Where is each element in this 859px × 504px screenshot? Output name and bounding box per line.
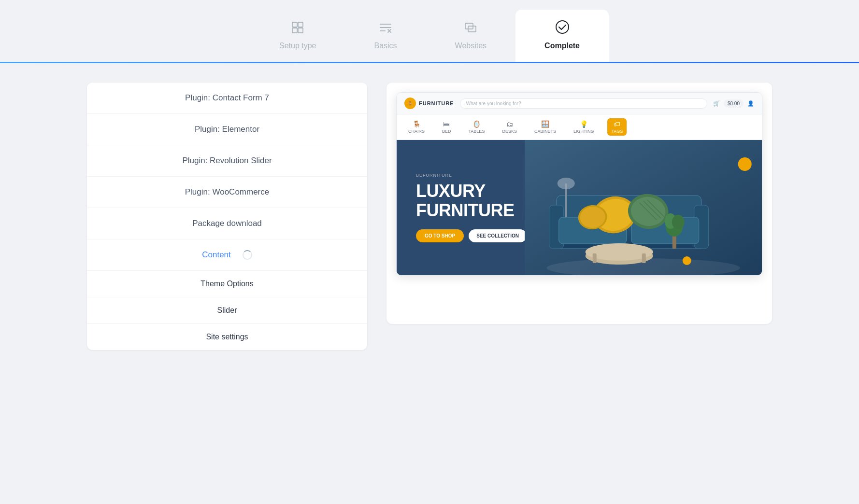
step-complete-label: Complete bbox=[544, 42, 580, 50]
list-item-contact-form-7[interactable]: Plugin: Contact Form 7 bbox=[87, 83, 367, 114]
nav-cabinets[interactable]: 🪟 CABINETS bbox=[530, 118, 560, 136]
desks-icon: 🗂 bbox=[506, 120, 513, 128]
hero-text: BEFURNITURE LUXURY FURNITURE GO TO SHOP … bbox=[416, 173, 527, 242]
browser-mockup: 🪑 FURNITURE What are you looking for? 🛒 … bbox=[396, 92, 762, 276]
sub-item-slider[interactable]: Slider bbox=[87, 297, 367, 324]
hero-buttons: GO TO SHOP SEE COLLECTION bbox=[416, 229, 527, 242]
step-basics[interactable]: Basics bbox=[345, 11, 426, 62]
btn-collection[interactable]: SEE COLLECTION bbox=[469, 229, 527, 242]
complete-icon bbox=[555, 19, 570, 37]
nav-tables[interactable]: 🪞 TABLES bbox=[465, 118, 489, 136]
install-list: Plugin: Contact Form 7 Plugin: Elementor… bbox=[87, 83, 367, 350]
browser-nav: 🪑 CHAIRS 🛏 BED 🪞 TABLES 🗂 DESKS 🪟 bbox=[397, 114, 762, 140]
list-item-content[interactable]: Content bbox=[87, 239, 367, 271]
cart-amount: $0.00 bbox=[724, 99, 744, 108]
step-setup-type-label: Setup type bbox=[279, 42, 316, 50]
website-preview: 🪑 FURNITURE What are you looking for? 🛒 … bbox=[387, 83, 772, 324]
bed-icon: 🛏 bbox=[443, 120, 450, 128]
brand-name: FURNITURE bbox=[419, 100, 454, 106]
svg-rect-31 bbox=[592, 253, 596, 263]
btn-shop[interactable]: GO TO SHOP bbox=[416, 229, 464, 242]
svg-rect-0 bbox=[292, 22, 297, 27]
svg-point-37 bbox=[738, 157, 751, 171]
nav-chairs[interactable]: 🪑 CHAIRS bbox=[404, 118, 429, 136]
setup-type-icon bbox=[290, 20, 305, 37]
list-item-revolution-slider[interactable]: Plugin: Revolution Slider bbox=[87, 145, 367, 177]
lighting-icon: 💡 bbox=[580, 120, 588, 128]
step-basics-label: Basics bbox=[374, 42, 397, 50]
tables-icon: 🪞 bbox=[472, 120, 481, 128]
svg-rect-3 bbox=[298, 28, 303, 33]
main-content: Plugin: Contact Form 7 Plugin: Elementor… bbox=[0, 63, 859, 369]
wizard-nav: Setup type Basics Websites bbox=[0, 0, 859, 62]
loading-spinner bbox=[243, 250, 252, 260]
list-item-elementor[interactable]: Plugin: Elementor bbox=[87, 114, 367, 145]
step-websites-label: Websites bbox=[455, 42, 487, 50]
cabinets-icon: 🪟 bbox=[541, 120, 549, 128]
brand: 🪑 FURNITURE bbox=[404, 98, 454, 109]
tags-icon: 🏷 bbox=[614, 120, 620, 128]
svg-point-40 bbox=[557, 178, 574, 189]
step-websites[interactable]: Websites bbox=[426, 11, 516, 62]
hero-section: BEFURNITURE LUXURY FURNITURE GO TO SHOP … bbox=[397, 140, 762, 275]
nav-bed[interactable]: 🛏 BED bbox=[438, 118, 455, 136]
svg-rect-2 bbox=[292, 28, 297, 33]
svg-point-11 bbox=[556, 21, 569, 33]
sub-item-theme-options[interactable]: Theme Options bbox=[87, 271, 367, 297]
user-icon: 👤 bbox=[747, 100, 754, 107]
browser-bar: 🪑 FURNITURE What are you looking for? 🛒 … bbox=[397, 93, 762, 114]
hero-title: LUXURY FURNITURE bbox=[416, 182, 527, 220]
svg-rect-1 bbox=[298, 22, 303, 27]
hero-sofa-image bbox=[525, 140, 762, 275]
browser-actions: 🛒 $0.00 👤 bbox=[713, 99, 754, 108]
step-complete[interactable]: Complete bbox=[515, 10, 609, 62]
list-item-package-download[interactable]: Package download bbox=[87, 208, 367, 239]
search-bar[interactable]: What are you looking for? bbox=[460, 98, 707, 109]
chairs-icon: 🪑 bbox=[413, 120, 421, 128]
websites-icon bbox=[463, 20, 478, 37]
nav-tags[interactable]: 🏷 TAGS bbox=[607, 118, 627, 136]
svg-point-38 bbox=[682, 256, 691, 265]
list-item-woocommerce[interactable]: Plugin: WooCommerce bbox=[87, 177, 367, 208]
basics-icon bbox=[378, 20, 393, 37]
brand-icon: 🪑 bbox=[404, 98, 416, 109]
step-setup-type[interactable]: Setup type bbox=[250, 11, 345, 62]
nav-desks[interactable]: 🗂 DESKS bbox=[498, 118, 521, 136]
hero-brand-tag: BEFURNITURE bbox=[416, 173, 527, 178]
cart-icon: 🛒 bbox=[713, 100, 720, 107]
svg-point-36 bbox=[672, 215, 684, 229]
sub-item-site-settings[interactable]: Site settings bbox=[87, 324, 367, 350]
nav-lighting[interactable]: 💡 LIGHTING bbox=[570, 118, 598, 136]
svg-rect-32 bbox=[642, 253, 645, 263]
